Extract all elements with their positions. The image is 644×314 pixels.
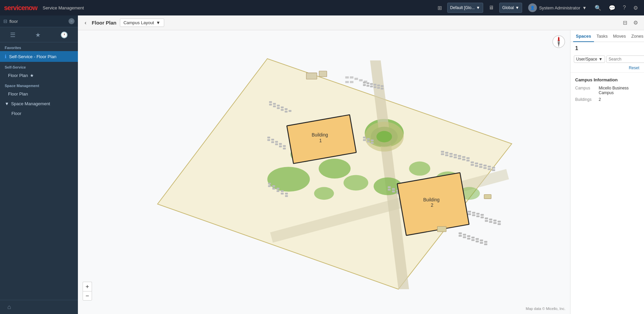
svg-rect-89 [476,238,479,240]
campus-info-section: Campus Information Campus Micello Busine… [570,72,644,109]
svg-rect-67 [472,212,475,213]
zoom-controls: + − [83,282,92,301]
panel-search-input[interactable] [606,55,644,63]
svg-rect-46 [449,155,452,157]
global-dropdown[interactable]: Global ▼ [499,3,522,13]
svg-rect-75 [476,215,479,217]
svg-rect-128 [281,193,283,194]
sidebar-item-space-management-collapse[interactable]: ▼ Space Management [0,99,78,109]
svg-rect-115 [267,139,270,141]
campus-value: Micello Business Campus [599,86,639,95]
svg-rect-109 [285,111,287,112]
self-service-floor-plan-label: Self-Service - Floor Plan [9,54,56,59]
svg-rect-97 [480,242,483,244]
svg-rect-25 [363,82,366,83]
sidebar-tab-favorites-icon[interactable]: ★ [33,30,43,40]
svg-rect-146 [306,73,317,79]
svg-rect-88 [471,237,474,238]
svg-rect-73 [468,213,471,215]
svg-rect-32 [367,85,369,86]
screen-icon[interactable]: 🖥 [487,3,496,12]
user-chevron-icon: ▼ [582,5,587,10]
panel-reset-link[interactable]: Reset [570,65,644,72]
global-label: Global [502,5,514,10]
svg-rect-141 [388,189,390,191]
campus-label: Campus [575,86,599,90]
panel-filter-row: User/Space ▼ 🔍 [570,53,644,65]
svg-rect-78 [489,219,492,220]
right-panel: Spaces Tasks Moves Zones 1 User/Space ▼ … [570,30,644,314]
svg-rect-83 [493,222,496,224]
svg-rect-125 [268,185,271,187]
sidebar-item-self-service-floor-plan[interactable]: ℹ Self-Service - Floor Plan [0,51,78,62]
svg-rect-130 [363,137,366,139]
scope-chevron-icon: ▼ [476,5,480,10]
zoom-in-button[interactable]: + [83,282,92,291]
back-button[interactable]: ‹ [83,19,88,27]
svg-rect-133 [363,139,366,141]
map-area[interactable]: Building 1 Building 2 [78,30,570,314]
default-scope-dropdown[interactable]: Default [Glo... ▼ [447,3,483,13]
user-space-dropdown[interactable]: User/Space ▼ [574,55,605,63]
floorplan-settings-icon[interactable]: ⚙ [632,18,639,27]
svg-rect-35 [377,87,380,89]
tab-tasks[interactable]: Tasks [594,30,610,42]
search-icon[interactable]: 🔍 [593,3,603,12]
svg-rect-47 [454,157,457,158]
floor-plan-star-icon[interactable]: ★ [30,73,34,78]
svg-rect-136 [388,186,390,188]
svg-rect-3 [345,76,349,78]
settings-icon[interactable]: ⚙ [631,3,640,12]
svg-rect-95 [471,239,474,241]
svg-rect-39 [449,153,452,155]
global-chevron-icon: ▼ [515,5,519,10]
svg-rect-52 [475,163,478,164]
floorplan-filter-icon[interactable]: ⊟ [622,18,629,27]
sidebar-tab-history-icon[interactable]: 🕐 [58,30,71,40]
floor-plan-label: Floor Plan [8,73,28,78]
svg-rect-135 [371,142,373,144]
sidebar-clear-button[interactable]: ✕ [68,18,75,24]
space-mgmt-collapse-label: Space Management [11,101,50,106]
self-service-section-label: Self-Service [0,62,78,71]
content-area: ‹ Floor Plan Campus Layout ▼ ⊟ ⚙ [78,15,644,314]
svg-rect-8 [345,81,349,83]
sidebar-item-floor[interactable]: Floor [0,109,78,118]
sidebar-item-floor-plan[interactable]: Floor Plan ★ [0,71,78,80]
sidebar-search-input[interactable] [9,19,66,24]
svg-rect-118 [279,146,282,147]
svg-rect-124 [285,193,288,194]
svg-rect-129 [285,195,288,197]
svg-rect-9 [350,81,354,83]
svg-rect-152 [438,226,446,232]
svg-point-13 [319,159,351,179]
svg-rect-123 [281,190,283,192]
sidebar-item-space-mgmt-floor-plan[interactable]: Floor Plan [0,89,78,99]
svg-rect-142 [392,191,395,192]
tab-zones[interactable]: Zones [629,30,644,42]
svg-point-16 [409,161,430,175]
svg-rect-26 [367,82,369,84]
svg-rect-104 [289,110,291,112]
svg-rect-147 [319,71,327,77]
sidebar-home-icon[interactable]: ⌂ [5,302,14,312]
tab-spaces[interactable]: Spaces [573,30,594,42]
zoom-out-button[interactable]: − [83,291,92,301]
user-initials: 👤 [530,6,535,10]
svg-rect-77 [485,218,488,219]
svg-rect-81 [485,220,488,222]
svg-rect-121 [272,185,275,187]
user-space-label: User/Space [576,57,597,62]
layout-dropdown[interactable]: Campus Layout ▼ [120,18,164,27]
svg-rect-92 [459,235,462,237]
user-menu[interactable]: 👤 System Administrator ▼ [525,2,589,13]
chat-icon[interactable]: 💬 [607,3,617,12]
module-icon[interactable]: ⊞ [435,3,444,12]
svg-rect-137 [392,188,395,190]
svg-rect-98 [484,243,487,245]
help-icon[interactable]: ? [621,3,628,12]
logo: servicenow [4,4,37,12]
sidebar-tab-modules-icon[interactable]: ☰ [7,30,18,40]
logo-prefix: service [4,4,25,11]
tab-moves[interactable]: Moves [610,30,629,42]
